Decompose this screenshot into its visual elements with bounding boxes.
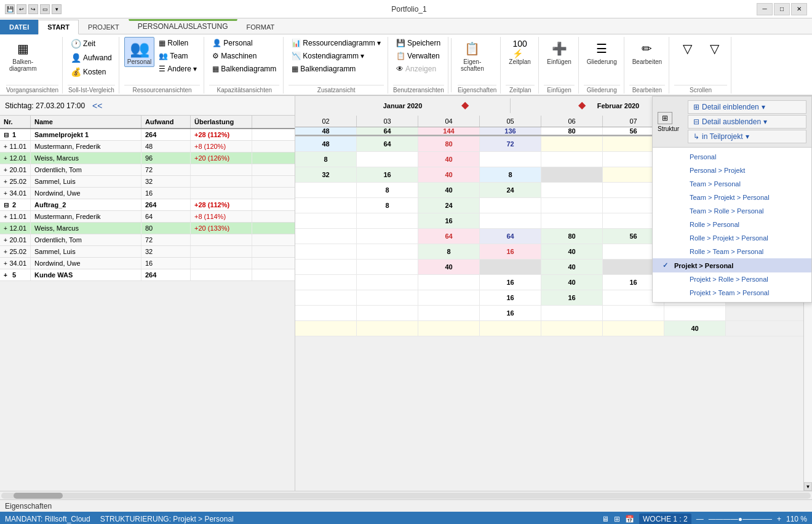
gcell: 16 xyxy=(357,167,418,182)
gcell xyxy=(295,260,357,274)
bearbeiten-group-label: Bearbeiten xyxy=(629,85,665,93)
option-personal-projekt[interactable]: Personal > Projekt xyxy=(653,164,811,177)
table-row: +34.01 Nordwind, Uwe 16 xyxy=(0,188,295,199)
maximize-button[interactable]: □ xyxy=(774,3,790,15)
scroll-down-button[interactable]: ▼ xyxy=(804,482,812,491)
gcell xyxy=(664,306,726,320)
window-icon[interactable]: ▭ xyxy=(40,4,50,14)
gcell: 24 xyxy=(480,183,541,197)
option-projekt-rolle-personal[interactable]: Projekt > Rolle > Personal xyxy=(653,272,811,286)
gliederung-icon: ☰ xyxy=(592,39,611,58)
option-personal[interactable]: Personal xyxy=(653,150,811,164)
teilprojekt-button[interactable]: ↳ in Teilprojekt ▾ xyxy=(688,130,806,143)
ribbon-group-zeitplan: 100⚡ Zeitplan Zeitplan xyxy=(502,37,539,93)
speichern-button[interactable]: 💾 Speichern xyxy=(393,37,444,49)
cell-name: Weiss, Marcus xyxy=(31,223,141,234)
option-projekt-team-personal[interactable]: Projekt > Team > Personal xyxy=(653,286,811,300)
zoom-slider[interactable]: ————●———— xyxy=(709,515,772,523)
close-button[interactable]: ✕ xyxy=(791,3,807,15)
save-icon[interactable]: 💾 xyxy=(5,4,15,14)
nav-back-arrow[interactable]: << xyxy=(90,101,105,111)
menu-icon[interactable]: ▾ xyxy=(52,4,62,14)
table-row: ⊟2 Auftrag_2 264 +28 (112%) xyxy=(0,199,295,211)
table-row: +34.01 Nordwind, Uwe 16 xyxy=(0,258,295,269)
einfuegen-icon: ➕ xyxy=(549,39,569,58)
tab-format[interactable]: FORMAT xyxy=(237,19,284,34)
cell-aufwand: 72 xyxy=(141,164,191,175)
option-projekt-personal[interactable]: Projekt > Personal xyxy=(653,258,811,272)
aufwand-button[interactable]: 👤 Aufwand xyxy=(68,51,115,65)
option-rolle-team-personal[interactable]: Rolle > Team > Personal xyxy=(653,245,811,258)
verwalten-button[interactable]: 📋 Verwalten xyxy=(393,50,444,62)
andere-button[interactable]: ☰ Andere ▾ xyxy=(156,63,200,75)
cell-aufwand: 72 xyxy=(141,234,191,245)
kosten-button[interactable]: 💰 Kosten xyxy=(68,65,115,79)
option-rolle-personal[interactable]: Rolle > Personal xyxy=(653,218,811,231)
balkendiagramm-button[interactable]: ▦ Balken-diagramm xyxy=(6,37,39,74)
team-button[interactable]: 👥 Team xyxy=(156,50,200,62)
gcell xyxy=(357,306,418,320)
gliederung-button[interactable]: ☰ Gliederung xyxy=(584,37,620,67)
struktur-button[interactable]: ⊞ xyxy=(658,112,672,124)
rollen-button[interactable]: ▦ Rollen xyxy=(156,37,200,49)
minimize-button[interactable]: ─ xyxy=(757,3,773,15)
ribbon-group-zusatz: 📊 Ressourcendiagramm ▾ 📉 Kostendiagramm … xyxy=(285,37,388,93)
tab-datei[interactable]: DATEI xyxy=(0,20,38,34)
kostendiagramm-button[interactable]: 📉 Kostendiagramm ▾ xyxy=(289,50,384,62)
detail-ausblenden-button[interactable]: ⊟ Detail ausblenden ▾ xyxy=(688,115,806,129)
eigenschaften-label: Eigenschaften xyxy=(5,502,52,510)
hval-02: 48 xyxy=(295,127,357,135)
horizontal-scrollbar xyxy=(0,491,812,499)
gcell xyxy=(295,244,357,259)
option-team-projekt-personal[interactable]: Team > Projekt > Personal xyxy=(653,191,811,204)
zeitplan-button[interactable]: 100⚡ Zeitplan xyxy=(506,37,534,67)
option-rolle-projekt-personal[interactable]: Rolle > Projekt > Personal xyxy=(653,231,811,245)
gcell xyxy=(541,198,603,213)
tab-projekt[interactable]: PROJEKT xyxy=(79,19,129,34)
right-panel: ◆ ◆ Januar 2020 Februar 2020 02 03 04 05… xyxy=(295,96,812,491)
strukturierung-label: STRUKTURIERUNG: Projekt > Personal xyxy=(100,515,234,523)
option-team-personal[interactable]: Team > Personal xyxy=(653,177,811,191)
bearbeiten-button[interactable]: ✏ Bearbeiten xyxy=(629,37,665,67)
balken-kapaz-button[interactable]: ▦ Balkendiagramm xyxy=(209,63,279,75)
expander-icon[interactable]: ⊟ xyxy=(4,132,12,138)
ribbon-tabs: DATEI START PROJEKT PERSONALAUSLASTUNG F… xyxy=(0,18,812,34)
tab-start[interactable]: START xyxy=(38,20,79,34)
detail-einblenden-button[interactable]: ⊞ Detail einblenden ▾ xyxy=(688,100,806,114)
filter-button[interactable]: ▽ xyxy=(674,37,700,60)
gcell xyxy=(295,290,357,305)
subproject-icon: ↳ xyxy=(693,132,699,141)
anzeigen-button[interactable]: 👁 Anzeigen xyxy=(393,63,444,75)
redo-icon[interactable]: ↪ xyxy=(28,4,38,14)
filter2-button[interactable]: ▽ xyxy=(701,37,727,60)
maschinen-button[interactable]: ⚙ Maschinen xyxy=(209,50,279,62)
ribbon-group-bearbeiten: ✏ Bearbeiten Bearbeiten xyxy=(626,37,669,93)
cell-aufwand: 80 xyxy=(141,223,191,234)
table-row: +11.01 Mustermann, Frederik 64 +8 (114%) xyxy=(0,211,295,223)
gcell: 40 xyxy=(541,244,603,259)
eigenschaften-button[interactable]: 📋 Eigen-schaften xyxy=(458,37,487,74)
gcell: 8 xyxy=(480,167,541,182)
scrollen-group-label: Scrollen xyxy=(674,85,727,93)
zoom-level: 110 % xyxy=(786,515,807,523)
screen-icon: 🖥 xyxy=(602,515,609,523)
zeit-button[interactable]: 🕐 Zeit xyxy=(68,37,115,50)
mandant-label: MANDANT: Rillsoft_Cloud xyxy=(5,515,90,523)
h-scroll-thumb[interactable] xyxy=(14,493,63,499)
kapazitaet-label: Kapazitätsansichten xyxy=(209,85,279,93)
table-row: +20.01 Ordentlich, Tom 72 xyxy=(0,234,295,246)
ressourcendiagramm-button[interactable]: 📊 Ressourcendiagramm ▾ xyxy=(289,37,384,49)
einfuegen-button[interactable]: ➕ Einfügen xyxy=(544,37,574,67)
gcell: 40 xyxy=(418,152,480,167)
personal-large-icon: 👥 xyxy=(130,39,149,58)
personal-kapaz-button[interactable]: 👤 Personal xyxy=(209,37,279,49)
balken-zusatz-button[interactable]: ▦ Balkendiagramm xyxy=(289,63,384,75)
person-icon: 👤 xyxy=(71,53,81,63)
table-header: Nr. Name Aufwand Überlastung xyxy=(0,116,295,129)
undo-icon[interactable]: ↩ xyxy=(17,4,26,14)
option-team-rolle-personal[interactable]: Team > Rolle > Personal xyxy=(653,204,811,218)
tab-personalauslastung[interactable]: PERSONALAUSLASTUNG xyxy=(129,19,237,34)
personal-ressource-button[interactable]: 👥 Personal xyxy=(124,37,154,67)
gcell xyxy=(603,306,664,320)
cell-name: Ordentlich, Tom xyxy=(31,164,141,175)
